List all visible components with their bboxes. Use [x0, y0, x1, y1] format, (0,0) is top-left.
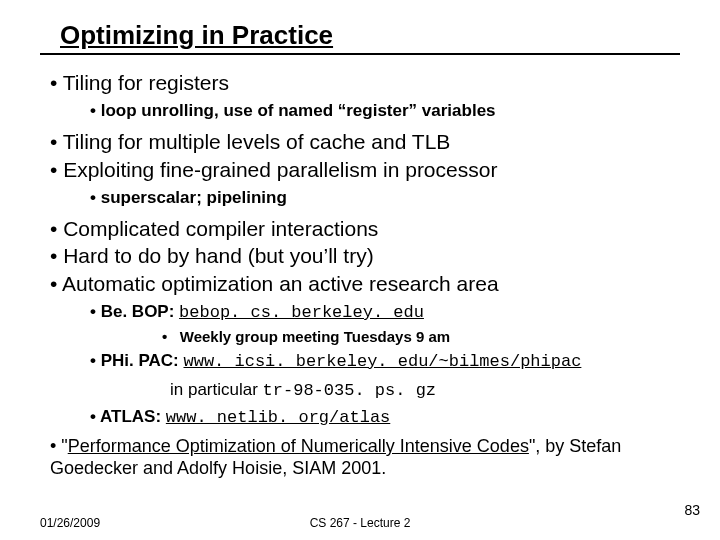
bullet-list: Tiling for registers loop unrolling, use… — [50, 69, 680, 429]
sub-bullet-superscalar: superscalar; pipelining — [90, 187, 680, 209]
bullet-tiling-registers: Tiling for registers loop unrolling, use… — [50, 69, 680, 122]
bullet-text: Tiling for registers — [63, 71, 229, 94]
bullet-compiler: Complicated compiler interactions — [50, 215, 680, 242]
bullet-text: Exploiting fine-grained parallelism in p… — [63, 158, 497, 181]
sub-bullet-atlas: ATLAS: www. netlib. org/atlas — [90, 406, 680, 429]
phipac-extra: in particular tr-98-035. ps. gz — [170, 379, 680, 402]
title-underline — [40, 53, 680, 55]
slide-title: Optimizing in Practice — [60, 20, 680, 53]
bebop-url: bebop. cs. berkeley. edu — [179, 303, 424, 322]
footer-course: CS 267 - Lecture 2 — [0, 516, 720, 530]
atlas-label: ATLAS: — [100, 407, 166, 426]
phipac-label: PHi. PAC: — [101, 351, 184, 370]
phipac-extra-code: tr-98-035. ps. gz — [263, 381, 436, 400]
footer-page-number: 83 — [684, 502, 700, 518]
phipac-url: www. icsi. berkeley. edu/~bilmes/phipac — [184, 352, 582, 371]
sub-sub-meeting: Weekly group meeting Tuesdays 9 am — [162, 327, 680, 347]
bullet-auto-opt: Automatic optimization an active researc… — [50, 270, 680, 429]
bullet-parallelism: Exploiting fine-grained parallelism in p… — [50, 156, 680, 209]
bullet-book: "Performance Optimization of Numerically… — [50, 435, 680, 480]
phipac-extra-pre: in particular — [170, 380, 263, 399]
bebop-label: Be. BOP: — [101, 302, 179, 321]
sub-bullet-phipac: PHi. PAC: www. icsi. berkeley. edu/~bilm… — [90, 350, 680, 373]
sub-bullet-bebop: Be. BOP: bebop. cs. berkeley. edu Weekly… — [90, 301, 680, 347]
atlas-url: www. netlib. org/atlas — [166, 408, 390, 427]
bullet-text: Automatic optimization an active researc… — [62, 272, 499, 295]
bullet-by-hand: Hard to do by hand (but you’ll try) — [50, 242, 680, 269]
bullet-tiling-cache: Tiling for multiple levels of cache and … — [50, 128, 680, 155]
book-title-link: Performance Optimization of Numerically … — [68, 436, 529, 456]
sub-bullet-loop-unrolling: loop unrolling, use of named “register” … — [90, 100, 680, 122]
